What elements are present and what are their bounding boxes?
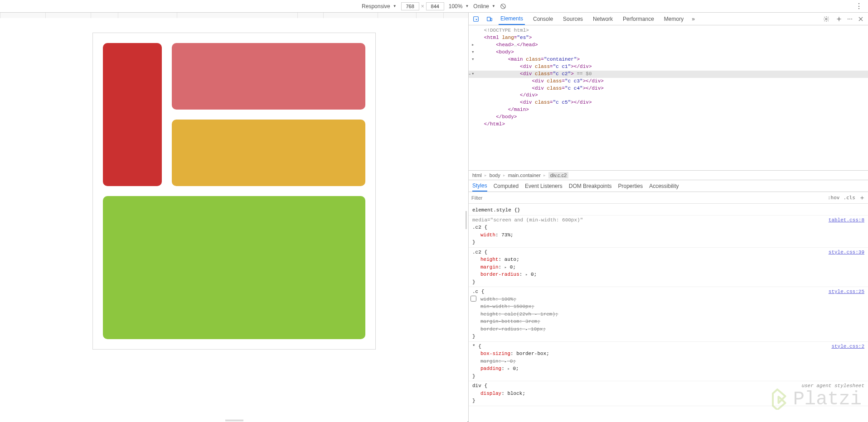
css-rule[interactable]: tablet.css:8media="screen and (min-width… (469, 216, 868, 248)
tree-node[interactable]: <!DOCTYPE html> (469, 27, 868, 34)
resize-handle-right[interactable] (466, 211, 468, 229)
breadcrumb-item[interactable]: div.c.c2 (548, 172, 568, 178)
dimension-separator: × (421, 3, 424, 10)
breadcrumb-separator: ▸ (543, 173, 546, 177)
dimensions-control: × (401, 2, 444, 10)
tree-node[interactable]: </main> (469, 106, 868, 114)
styles-filter-bar: :hov .cls ＋ (469, 192, 868, 204)
viewport-pane (0, 13, 468, 422)
styles-pane[interactable]: element.style {}tablet.css:8media="scree… (469, 204, 868, 422)
card-c4 (172, 120, 365, 186)
cls-toggle[interactable]: .cls (844, 195, 856, 201)
css-rule[interactable]: element.style {} (469, 206, 868, 216)
close-devtools-icon[interactable] (856, 14, 865, 24)
breadcrumb[interactable]: html▸body▸main.container▸div.c.c2 (469, 170, 868, 180)
tree-node[interactable]: </html> (469, 121, 868, 128)
tab-elements[interactable]: Elements (499, 13, 525, 25)
css-rule[interactable]: user agent stylesheetdiv {display: block… (469, 381, 868, 406)
tree-node[interactable]: <div class="c c1"></div> (469, 63, 868, 71)
tab-network[interactable]: Network (591, 13, 615, 25)
ruler-tick (177, 13, 298, 18)
ruler-tick (417, 13, 444, 18)
styles-filter-input[interactable] (471, 195, 824, 201)
tab-memory[interactable]: Memory (662, 13, 685, 25)
ruler-tick (444, 13, 468, 18)
customize-icon[interactable] (834, 14, 844, 24)
source-link[interactable]: style.css:2 (831, 343, 864, 350)
ruler-tick (91, 13, 118, 18)
chevron-down-icon: ▼ (492, 4, 495, 8)
devtools-tabbar: ElementsConsoleSourcesNetworkPerformance… (469, 13, 868, 25)
inspect-icon[interactable] (471, 14, 480, 24)
more-tabs-icon[interactable]: » (690, 13, 697, 25)
width-input[interactable] (401, 2, 419, 10)
tree-node[interactable]: <div class="c c5"></div> (469, 99, 868, 106)
tab-sources[interactable]: Sources (561, 13, 585, 25)
device-mode-label: Responsive (362, 3, 390, 10)
svg-line-1 (501, 4, 505, 8)
svg-point-6 (839, 18, 839, 19)
chevron-down-icon: ▼ (465, 4, 469, 8)
tab-console[interactable]: Console (531, 13, 555, 25)
device-toggle-icon[interactable] (485, 14, 494, 24)
tree-node[interactable]: ▾ <div class="c c2"> == $0 (469, 71, 868, 78)
tree-node[interactable]: <div class="c c3"></div> (469, 78, 868, 85)
styles-tabbar: StylesComputedEvent ListenersDOM Breakpo… (469, 180, 868, 192)
tab-performance[interactable]: Performance (621, 13, 656, 25)
throttle-dropdown[interactable]: Online ▼ (473, 3, 495, 10)
styles-tab-properties[interactable]: Properties (618, 180, 643, 192)
throttle-label: Online (473, 3, 489, 10)
prop-toggle[interactable] (470, 296, 476, 302)
card-c1 (103, 43, 162, 186)
styles-tab-styles[interactable]: Styles (472, 180, 487, 192)
breadcrumb-item[interactable]: body (490, 173, 500, 178)
source-link[interactable]: tablet.css:8 (829, 216, 864, 224)
devtools-menu-icon[interactable]: ⋯ (847, 16, 853, 22)
styles-tab-accessibility[interactable]: Accessibility (649, 180, 679, 192)
canvas (0, 18, 468, 422)
zoom-dropdown[interactable]: 100% ▼ (449, 3, 469, 10)
tree-node[interactable]: </body> (469, 114, 868, 121)
tree-node[interactable]: <html lang="es"> (469, 34, 868, 42)
source-link[interactable]: style.css:39 (829, 249, 864, 256)
tree-node[interactable]: <div class="c c4"></div> (469, 85, 868, 92)
card-c3 (172, 43, 365, 110)
breadcrumb-item[interactable]: html (472, 173, 482, 178)
ruler-tick (298, 13, 324, 18)
source-ua: user agent stylesheet (801, 382, 864, 390)
resize-handle-corner[interactable] (465, 419, 468, 422)
css-rule[interactable]: style.css:2* {box-sizing: border-box;mar… (469, 342, 868, 382)
tree-node[interactable]: ▾ <main class="container"> (469, 56, 868, 63)
tree-node[interactable]: ▸ <head>…</head> (469, 42, 868, 49)
height-input[interactable] (426, 2, 444, 10)
source-link[interactable]: style.css:25 (829, 288, 864, 296)
breadcrumb-separator: ▸ (485, 173, 487, 177)
zoom-label: 100% (449, 3, 463, 10)
ruler-tick (0, 13, 46, 18)
styles-tab-computed[interactable]: Computed (494, 180, 519, 192)
card-c2-wrapper (172, 43, 365, 186)
ruler-tick (46, 13, 91, 18)
styles-tab-dom-breakpoints[interactable]: DOM Breakpoints (569, 180, 612, 192)
device-toolbar: Responsive ▼ × 100% ▼ Online ▼ ⋮ (0, 0, 868, 13)
styles-tab-event-listeners[interactable]: Event Listeners (525, 180, 563, 192)
ruler-horizontal (0, 13, 468, 18)
hov-toggle[interactable]: :hov (828, 195, 840, 201)
tree-node[interactable]: </div> (469, 92, 868, 99)
svg-rect-4 (490, 18, 492, 21)
rotate-icon[interactable] (500, 3, 506, 10)
resize-handle-bottom[interactable] (225, 420, 243, 422)
elements-tree[interactable]: <!DOCTYPE html> <html lang="es">▸ <head>… (469, 25, 868, 170)
device-mode-dropdown[interactable]: Responsive ▼ (362, 3, 397, 10)
ruler-tick (378, 13, 417, 18)
card-c5 (103, 196, 365, 339)
css-rule[interactable]: style.css:39.c2 {height: auto;margin: ▸ … (469, 248, 868, 288)
workspace: ElementsConsoleSourcesNetworkPerformance… (0, 13, 868, 422)
new-style-rule-icon[interactable]: ＋ (859, 194, 865, 202)
chevron-down-icon: ▼ (393, 4, 397, 8)
settings-icon[interactable] (822, 14, 831, 24)
page-frame (92, 33, 376, 350)
css-rule[interactable]: style.css:25.c {width: 100%;min-width: 1… (469, 287, 868, 342)
tree-node[interactable]: ▾ <body> (469, 49, 868, 56)
breadcrumb-item[interactable]: main.container (508, 173, 541, 178)
